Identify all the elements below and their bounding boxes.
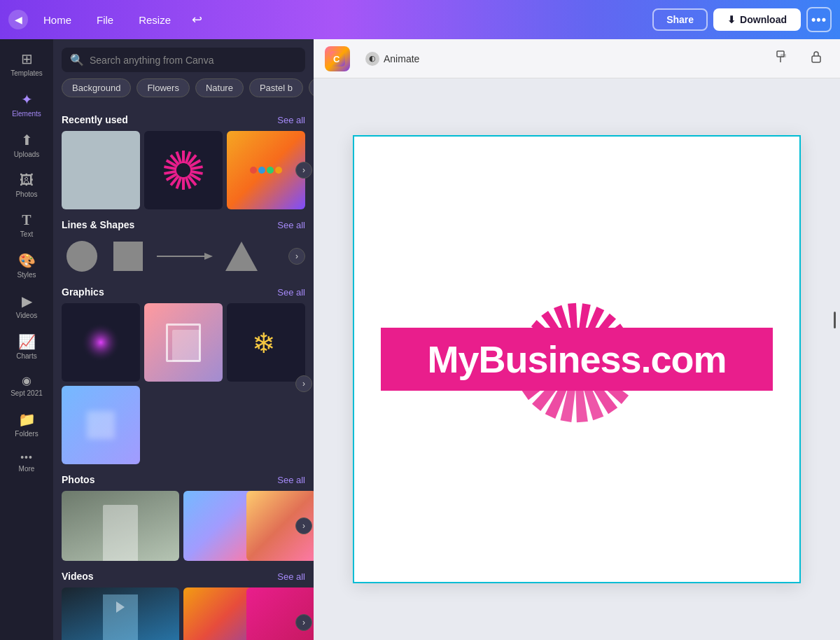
- sidebar-item-photos[interactable]: 🖼 Photos: [3, 167, 50, 204]
- sidebar-item-label-folders: Folders: [15, 430, 38, 438]
- download-button[interactable]: ⬇ Download: [713, 8, 801, 31]
- video-item-1[interactable]: 11.0s: [62, 587, 179, 640]
- lines-shapes-see-all[interactable]: See all: [277, 220, 305, 230]
- tag-flowers[interactable]: Flowers: [136, 78, 190, 97]
- graphics-see-all[interactable]: See all: [277, 287, 305, 298]
- shapes-scroll-right[interactable]: ›: [288, 248, 305, 265]
- shape-triangle[interactable]: [221, 236, 262, 277]
- graphic-item-3[interactable]: ❄: [227, 303, 305, 382]
- graphics-header: Graphics See all: [62, 286, 305, 298]
- lock-button[interactable]: [804, 46, 829, 71]
- icon-nav: ⊞ Templates ✦ Elements ⬆ Uploads 🖼 Photo…: [0, 39, 53, 640]
- sidebar-item-label-styles: Styles: [17, 271, 36, 279]
- search-input[interactable]: [90, 55, 297, 66]
- charts-icon: 📈: [18, 333, 36, 350]
- panel-scroll: Recently used See all: [53, 104, 314, 640]
- tag-pastel[interactable]: Pastel b: [249, 78, 303, 97]
- back-button[interactable]: ◀: [8, 10, 28, 29]
- business-text-banner[interactable]: MyBusiness.com: [381, 328, 773, 391]
- recently-used-scroll-right[interactable]: ›: [295, 162, 312, 179]
- animate-icon: ◐: [365, 52, 379, 66]
- canvas-page[interactable]: MyBusiness.com ↻: [353, 135, 801, 583]
- videos-scroll-right[interactable]: ›: [295, 614, 312, 631]
- graphics-scroll-right[interactable]: ›: [295, 375, 312, 392]
- more-icon: •••: [20, 452, 33, 463]
- tag-background[interactable]: Background: [62, 78, 131, 97]
- sidebar-item-templates[interactable]: ⊞ Templates: [3, 45, 50, 83]
- photos-grid: ›: [62, 491, 305, 561]
- circle-shape: [64, 239, 99, 274]
- sidebar-item-text[interactable]: T Text: [3, 207, 50, 244]
- recently-used-see-all[interactable]: See all: [277, 115, 305, 125]
- video-item-2[interactable]: 6.0s: [183, 587, 253, 640]
- top-navbar: ◀ Home File Resize ↩ Share ⬇ Download ••…: [0, 0, 840, 39]
- lines-shapes-header: Lines & Shapes See all: [62, 219, 305, 230]
- canva-logo[interactable]: C: [325, 46, 350, 71]
- recently-used-item-2[interactable]: [144, 131, 223, 209]
- recently-used-item-1[interactable]: [62, 131, 140, 209]
- text-icon: T: [22, 212, 31, 228]
- photo-item-2[interactable]: [183, 491, 253, 561]
- graphic-item-4[interactable]: [62, 386, 140, 464]
- sidebar-item-label-charts: Charts: [16, 352, 36, 360]
- undo-button[interactable]: ↩: [186, 9, 208, 30]
- photos-scroll-right[interactable]: ›: [295, 517, 312, 534]
- back-icon: ◀: [15, 14, 22, 25]
- home-button[interactable]: Home: [34, 10, 81, 30]
- sidebar-item-videos[interactable]: ▶ Videos: [3, 287, 50, 325]
- sidebar-item-label-elements: Elements: [12, 110, 41, 118]
- sunburst-thumbnail: [162, 149, 204, 191]
- sidebar-item-folders[interactable]: 📁 Folders: [3, 405, 50, 443]
- business-text: MyBusiness.com: [403, 340, 750, 378]
- design-container: MyBusiness.com: [354, 137, 799, 582]
- sidebar-item-uploads[interactable]: ⬆ Uploads: [3, 126, 50, 164]
- svg-point-23: [81, 323, 120, 362]
- sidebar-item-logos[interactable]: ◉ Sept 2021: [3, 368, 50, 403]
- photos-see-all[interactable]: See all: [277, 475, 305, 485]
- photo-item-1[interactable]: [62, 491, 179, 561]
- shape-circle[interactable]: [62, 236, 102, 277]
- svg-line-13: [164, 172, 176, 174]
- lock-icon: [809, 50, 823, 64]
- resize-button[interactable]: Resize: [129, 10, 181, 30]
- tag-scroll-right[interactable]: ›: [309, 78, 314, 97]
- sidebar-item-label-text: Text: [20, 230, 33, 238]
- sidebar-item-elements[interactable]: ✦ Elements: [3, 85, 50, 123]
- sidebar-item-more[interactable]: ••• More: [3, 446, 50, 478]
- photos-header: Photos See all: [62, 474, 305, 485]
- graphic-item-2[interactable]: [144, 303, 223, 382]
- graphics-title: Graphics: [62, 286, 104, 298]
- recently-used-header: Recently used See all: [62, 114, 305, 125]
- svg-rect-29: [780, 54, 786, 57]
- file-button[interactable]: File: [87, 10, 123, 30]
- svg-marker-21: [204, 253, 213, 260]
- sidebar-item-styles[interactable]: 🎨 Styles: [3, 246, 50, 284]
- format-painter-icon: [776, 50, 790, 64]
- svg-marker-22: [225, 242, 258, 271]
- sidebar-item-charts[interactable]: 📈 Charts: [3, 328, 50, 366]
- sidebar-item-label-templates: Templates: [10, 69, 43, 77]
- shape-square[interactable]: [108, 236, 148, 277]
- videos-header: Videos See all: [62, 571, 305, 582]
- elements-panel: 🔍 Background Flowers Nature Pastel b › R…: [53, 39, 314, 640]
- videos-see-all[interactable]: See all: [277, 571, 305, 582]
- templates-icon: ⊞: [21, 50, 33, 67]
- format-painter-button[interactable]: [770, 46, 795, 71]
- svg-point-18: [66, 241, 97, 272]
- sidebar-item-label-logos: Sept 2021: [10, 389, 43, 397]
- sidebar-item-label-more: More: [19, 465, 35, 473]
- tag-nature[interactable]: Nature: [195, 78, 244, 97]
- graphic-item-1[interactable]: [62, 303, 140, 382]
- svg-rect-19: [113, 242, 143, 271]
- triangle-shape: [224, 239, 259, 274]
- animate-button[interactable]: ◐ Animate: [358, 48, 426, 70]
- share-button[interactable]: Share: [652, 8, 708, 31]
- search-icon: 🔍: [70, 53, 84, 67]
- recently-used-item-3[interactable]: [227, 131, 305, 209]
- photos-icon: 🖼: [20, 172, 34, 188]
- shape-line[interactable]: [154, 236, 216, 277]
- svg-text:❄: ❄: [252, 328, 276, 359]
- more-options-button[interactable]: •••: [806, 7, 832, 32]
- tag-strip: Background Flowers Nature Pastel b ›: [53, 78, 314, 104]
- lines-shapes-title: Lines & Shapes: [62, 219, 134, 230]
